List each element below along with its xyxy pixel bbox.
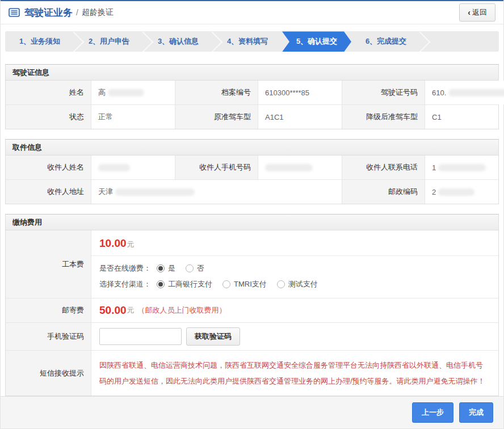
online-pay-option-line: 是否在线缴费： 是 否 [99,260,490,276]
redacted-value [438,164,486,171]
online-pay-label: 是否在线缴费： [99,263,151,274]
sms-tip-text: 因陕西省联通、电信运营商技术问题，陕西省互联网交通安全综合服务管理平台无法向持陕… [99,358,489,389]
breadcrumb-separator: / [76,8,78,17]
step-2-declare[interactable]: 2、用户申告 [74,31,144,52]
step-3-confirm-info[interactable]: 3、确认信息 [144,31,213,52]
pickup-section-title: 取件信息 [6,140,498,155]
step-1-notice[interactable]: 1、业务须知 [5,31,74,52]
step-4-fill-data[interactable]: 4、资料填写 [213,31,282,52]
recipient-label: 收件人姓名 [6,155,91,179]
channel-icbc-radio[interactable] [157,280,165,288]
redacted-value [265,164,313,171]
back-button-label: 返回 [472,7,487,18]
page-title: 驾驶证业务 [24,6,73,19]
chevron-left-icon: ‹ [468,8,471,17]
back-button[interactable]: ‹ 返回 [459,3,495,22]
mail-fee-label: 邮寄费 [6,298,91,322]
channel-tmri-radio[interactable] [222,280,230,288]
name-value: 高 [91,81,175,104]
online-yes-label: 是 [168,263,175,274]
finish-button[interactable]: 完成 [459,402,493,423]
table-row: 收件人地址 天津 邮政编码 2 [6,179,498,204]
header: 驾驶证业务 / 超龄换证 ‹ 返回 [1,1,503,24]
work-fee-amount: 10.00 [99,237,127,249]
table-row: 状态 正常 原准驾车型 A1C1 降级后准驾车型 C1 [6,104,498,129]
license-section-title: 驾驶证信息 [6,65,498,81]
license-no-value: 610. [425,81,504,104]
online-no-label: 否 [197,263,204,274]
step-6-done[interactable]: 6、完成提交 [351,31,421,52]
mobile-value [258,155,342,179]
payment-section-title: 缴纳费用 [6,214,498,230]
status-value: 正常 [91,105,175,129]
name-label: 姓名 [6,81,91,104]
address-label: 收件人地址 [6,180,91,204]
address-value: 天津 [91,180,342,204]
captcha-label: 手机验证码 [6,323,91,350]
work-fee-amount-line: 10.00元 [91,230,498,255]
step-wizard: 1、业务须知 2、用户申告 3、确认信息 4、资料填写 5、确认提交 6、完成提… [5,31,499,52]
captcha-row: 手机验证码 获取验证码 [6,322,498,350]
orig-class-label: 原准驾车型 [175,105,258,129]
table-row: 姓名 高 档案编号 610300****85 驾驶证号码 610. [6,81,498,104]
new-class-value: C1 [425,105,498,129]
mail-fee-value: 50.00元 （邮政人员上门收取费用） [91,298,498,322]
mobile-label: 收件人手机号码 [175,155,258,179]
list-icon [9,8,20,17]
channel-test-label: 测试支付 [288,279,318,289]
phone-value: 1 [425,155,498,179]
payment-section: 缴纳费用 工本费 10.00元 是否在线缴费： 是 否 选择支付渠道： [5,214,499,396]
orig-class-value: A1C1 [258,105,342,129]
new-class-label: 降级后准驾车型 [342,105,425,129]
prev-step-button[interactable]: 上一步 [412,402,453,423]
phone-label: 收件人联系电话 [342,155,425,179]
payment-options: 是否在线缴费： 是 否 选择支付渠道： 工商银行支付 TMRI支付 测试支付 [91,255,498,298]
file-no-value: 610300****85 [258,81,342,104]
sms-tip-row: 短信接收提示 因陕西省联通、电信运营商技术问题，陕西省互联网交通安全综合服务管理… [6,350,498,396]
recipient-value [91,155,175,179]
postcode-label: 邮政编码 [342,180,425,204]
mail-fee-amount: 50.00 [99,304,127,317]
sms-tip-label: 短信接收提示 [6,351,91,396]
work-fee-value: 10.00元 是否在线缴费： 是 否 选择支付渠道： 工商银行支付 [91,230,498,298]
step-5-confirm-submit[interactable]: 5、确认提交 [282,31,351,52]
postcode-value: 2 [425,180,498,204]
channel-tmri-label: TMRI支付 [234,279,267,289]
pay-channel-option-line: 选择支付渠道： 工商银行支付 TMRI支付 测试支付 [99,276,490,292]
redacted-value [98,164,130,171]
online-no-radio[interactable] [186,264,194,272]
work-fee-row: 工本费 10.00元 是否在线缴费： 是 否 选择支付渠道： [6,230,498,298]
work-fee-label: 工本费 [6,230,91,298]
file-no-label: 档案编号 [175,81,258,104]
redacted-value [438,188,474,196]
sms-tip-value: 因陕西省联通、电信运营商技术问题，陕西省互联网交通安全综合服务管理平台无法向持陕… [91,351,498,396]
channel-icbc-label: 工商银行支付 [168,279,212,289]
online-yes-radio[interactable] [157,264,165,272]
pay-channel-label: 选择支付渠道： [99,279,151,289]
captcha-value: 获取验证码 [91,323,498,350]
channel-test-radio[interactable] [277,280,285,288]
license-no-label: 驾驶证号码 [342,81,425,104]
work-fee-unit: 元 [127,240,135,249]
sms-code-input[interactable] [99,328,182,345]
status-label: 状态 [6,105,91,129]
get-code-button[interactable]: 获取验证码 [186,327,240,346]
breadcrumb-current: 超龄换证 [82,7,114,18]
table-row: 收件人姓名 收件人手机号码 收件人联系电话 1 [6,155,498,179]
pickup-info-section: 取件信息 收件人姓名 收件人手机号码 收件人联系电话 1 收件人地址 天津 [5,139,499,204]
page: 驾驶证业务 / 超龄换证 ‹ 返回 1、业务须知 2、用户申告 3、确认信息 4… [0,0,504,429]
license-info-section: 驾驶证信息 姓名 高 档案编号 610300****85 驾驶证号码 610. … [5,64,499,129]
redacted-value [108,89,144,96]
mail-fee-unit: 元 [127,305,135,316]
redacted-value [115,188,195,196]
mail-fee-note: （邮政人员上门收取费用） [138,305,226,316]
mail-fee-row: 邮寄费 50.00元 （邮政人员上门收取费用） [6,298,498,322]
redacted-value [448,89,504,96]
footer-action-bar: 上一步 完成 [1,396,503,428]
